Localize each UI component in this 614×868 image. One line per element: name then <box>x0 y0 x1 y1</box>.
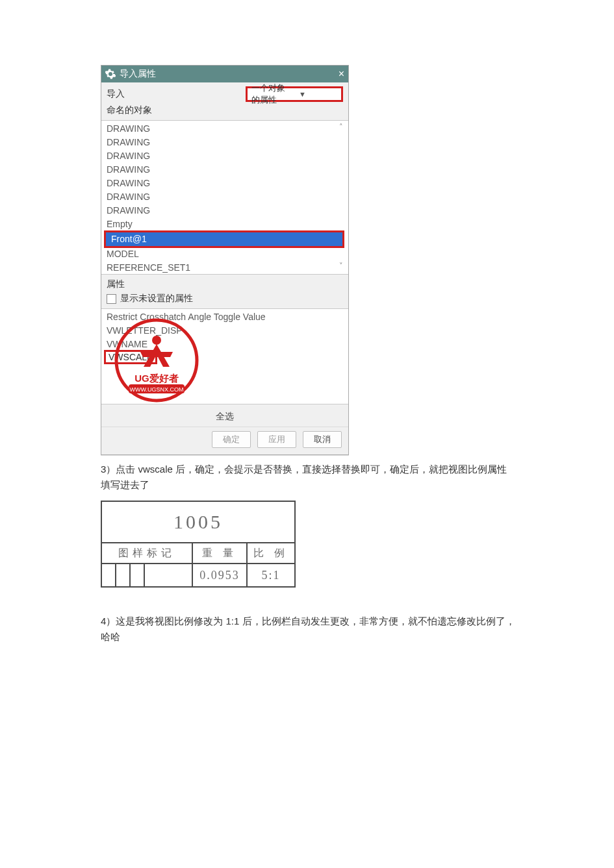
svg-text:WWW.UGSNX.COM: WWW.UGSNX.COM <box>130 386 184 393</box>
list-item[interactable]: DRAWING <box>101 190 348 204</box>
list-item[interactable]: DRAWING <box>101 136 348 149</box>
ok-button[interactable]: 确定 <box>212 431 251 448</box>
part-number-cell: 1005 <box>101 501 295 543</box>
col-header-weight: 重 量 <box>192 543 247 564</box>
import-type-dropdown[interactable]: 一个对象的属性 ▼ <box>246 86 343 102</box>
empty-cell <box>116 564 130 587</box>
dialog-titlebar[interactable]: 导入属性 × <box>101 66 348 82</box>
property-item-highlighted[interactable]: VWSCALE <box>104 350 157 364</box>
select-all-link[interactable]: 全选 <box>101 404 348 427</box>
named-objects-listbox[interactable]: DRAWING DRAWING DRAWING DRAWING DRAWING … <box>101 120 348 275</box>
list-item[interactable]: DRAWING <box>101 204 348 217</box>
empty-cell <box>144 564 192 587</box>
empty-cell <box>101 564 116 587</box>
list-item[interactable]: DRAWING <box>101 149 348 163</box>
title-block-table: 1005 图样标记 重 量 比 例 0.0953 5:1 <box>101 501 296 588</box>
listbox-scrollbar[interactable]: ˄ ˅ <box>335 122 347 270</box>
step-3-text: 3）点击 vwscale 后，确定，会提示是否替换，直接选择替换即可，确定后，就… <box>101 462 517 493</box>
checkbox-icon[interactable] <box>107 294 116 304</box>
apply-button[interactable]: 应用 <box>257 431 296 448</box>
step-4-text: 4）这是我将视图比例修改为 1:1 后，比例栏自动发生更改，非常方便，就不怕遗忘… <box>101 614 517 645</box>
scroll-up-icon[interactable]: ˄ <box>339 122 343 131</box>
chevron-down-icon: ▼ <box>299 90 337 98</box>
list-item[interactable]: DRAWING <box>101 122 348 136</box>
list-item[interactable]: MODEL <box>101 247 348 261</box>
list-item[interactable]: Empty <box>101 217 348 231</box>
scroll-down-icon[interactable]: ˅ <box>339 261 343 270</box>
weight-cell: 0.0953 <box>192 564 247 587</box>
gear-icon <box>105 69 116 79</box>
show-unset-checkbox-row[interactable]: 显示未设置的属性 <box>101 291 348 308</box>
import-label: 导入 <box>107 88 246 100</box>
col-header-mark: 图样标记 <box>101 543 192 564</box>
empty-cell <box>130 564 144 587</box>
svg-rect-4 <box>129 384 185 393</box>
dialog-title: 导入属性 <box>120 68 339 80</box>
list-item-selected[interactable]: Front@1 <box>106 232 342 246</box>
properties-listbox[interactable]: Restrict Crosshatch Angle Toggle Value V… <box>101 308 348 404</box>
list-item[interactable]: DRAWING <box>101 163 348 177</box>
show-unset-label: 显示未设置的属性 <box>120 293 193 304</box>
property-item[interactable]: Restrict Crosshatch Angle Toggle Value <box>101 310 348 324</box>
svg-text:UG爱好者: UG爱好者 <box>134 373 179 384</box>
property-item[interactable]: VWNAME <box>101 338 348 351</box>
properties-label: 属性 <box>101 275 348 291</box>
import-type-value: 一个对象的属性 <box>251 82 290 106</box>
scale-cell: 5:1 <box>247 564 295 587</box>
cancel-button[interactable]: 取消 <box>303 431 342 448</box>
list-item[interactable]: DRAWING <box>101 177 348 190</box>
col-header-scale: 比 例 <box>247 543 295 564</box>
named-objects-label: 命名的对象 <box>101 103 348 120</box>
import-properties-dialog: 导入属性 × 导入 一个对象的属性 ▼ 命名的对象 DRAWING DRAWIN… <box>101 65 349 455</box>
property-item[interactable]: VWLETTER_DISP <box>101 324 348 338</box>
close-icon[interactable]: × <box>339 68 344 80</box>
list-item[interactable]: REFERENCE_SET1 <box>101 261 348 275</box>
selected-highlight-box: Front@1 <box>104 230 344 248</box>
